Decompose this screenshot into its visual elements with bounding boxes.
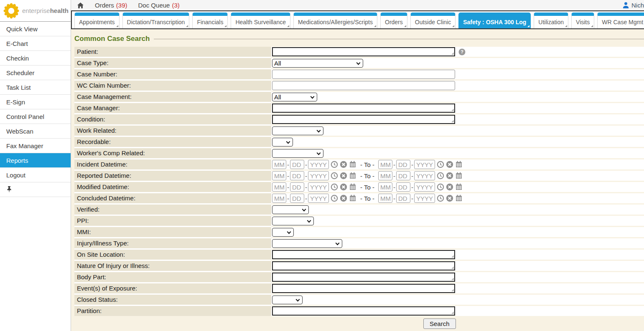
modified-datetime-to-year-input[interactable] (414, 182, 435, 192)
sidebar-item-scheduler[interactable]: Scheduler (0, 66, 71, 80)
incident-datetime-to-year-input[interactable] (414, 160, 435, 169)
clear-icon[interactable] (446, 195, 453, 202)
work-related-select[interactable] (272, 126, 323, 135)
sidebar-item-webscan[interactable]: WebScan (0, 124, 71, 139)
tab-visits[interactable]: Visits (571, 13, 594, 28)
wc-claim-number-input[interactable] (272, 81, 455, 90)
clear-icon-button[interactable] (446, 172, 453, 179)
reported-datetime-to-year-input[interactable] (414, 171, 435, 180)
on-site-location-input[interactable] (272, 250, 455, 259)
clear-icon-button[interactable] (340, 172, 347, 179)
clock-icon[interactable] (437, 195, 444, 202)
tab-health-surveillance[interactable]: Health Surveillance (231, 13, 290, 28)
sidebar-item-reports[interactable]: Reports (0, 153, 71, 168)
sidebar-item-control-panel[interactable]: Control Panel (0, 109, 71, 124)
reported-datetime-to-month-input[interactable] (378, 171, 392, 180)
concluded-datetime-from-day-input[interactable] (290, 194, 304, 203)
tab-wr-case-mgmt[interactable]: WR Case Mgmt (597, 13, 644, 28)
condition-input[interactable] (272, 115, 455, 124)
reported-datetime-to-day-input[interactable] (396, 171, 410, 180)
clear-icon-button[interactable] (446, 183, 453, 191)
modified-datetime-from-month-input[interactable] (272, 182, 286, 192)
event-s-of-exposure-input[interactable] (272, 284, 455, 293)
partition-input[interactable] (272, 306, 455, 316)
home-icon[interactable] (77, 2, 84, 9)
calendar-icon[interactable] (349, 183, 356, 191)
calendar-icon[interactable] (349, 195, 356, 202)
clear-icon[interactable] (340, 161, 347, 168)
sidebar-item-task-list[interactable]: Task List (0, 80, 71, 95)
injury-illness-type-select[interactable] (272, 239, 342, 248)
tab-utilization[interactable]: Utilization (534, 13, 568, 28)
calendar-icon-button[interactable] (455, 195, 463, 202)
closed-status-select[interactable] (272, 296, 303, 304)
sidebar-item-e-chart[interactable]: E-Chart (0, 36, 71, 51)
case-manager-input[interactable] (272, 104, 455, 113)
incident-datetime-from-day-input[interactable] (290, 160, 304, 169)
clock-icon[interactable] (437, 183, 444, 191)
sidebar-item-quick-view[interactable]: Quick View (0, 22, 71, 36)
user-menu[interactable]: Nich (622, 2, 644, 9)
calendar-icon[interactable] (349, 172, 356, 179)
mmi-select[interactable] (272, 228, 294, 237)
body-part-input[interactable] (272, 273, 455, 282)
calendar-icon[interactable] (349, 161, 356, 168)
tab-outside-clinic[interactable]: Outside Clinic (410, 13, 456, 28)
clear-icon[interactable] (340, 195, 347, 202)
calendar-icon-button[interactable] (455, 172, 463, 179)
sidebar-item-fax-manager[interactable]: Fax Manager (0, 139, 71, 153)
clear-icon[interactable] (340, 183, 347, 191)
concluded-datetime-from-year-input[interactable] (308, 194, 329, 203)
concluded-datetime-to-day-input[interactable] (396, 194, 410, 203)
calendar-icon-button[interactable] (455, 161, 463, 168)
modified-datetime-from-year-input[interactable] (308, 182, 329, 192)
clear-icon[interactable] (340, 172, 347, 179)
clear-icon-button[interactable] (446, 195, 453, 202)
nature-of-injury-or-illness-input[interactable] (272, 261, 455, 270)
calendar-icon-button[interactable] (349, 195, 356, 202)
clear-icon[interactable] (446, 183, 453, 191)
clear-icon-button[interactable] (446, 161, 453, 168)
sidebar-item-checkin[interactable]: Checkin (0, 51, 71, 66)
concluded-datetime-to-year-input[interactable] (414, 194, 435, 203)
calendar-icon[interactable] (455, 183, 463, 191)
clock-icon-button[interactable] (437, 161, 444, 168)
clock-icon[interactable] (331, 161, 338, 168)
clear-icon-button[interactable] (340, 195, 347, 202)
clock-icon[interactable] (331, 183, 338, 191)
incident-datetime-to-day-input[interactable] (396, 160, 410, 169)
incident-datetime-from-year-input[interactable] (308, 160, 329, 169)
concluded-datetime-from-month-input[interactable] (272, 194, 286, 203)
clock-icon-button[interactable] (331, 172, 338, 179)
case-type-select[interactable]: All (272, 59, 363, 68)
calendar-icon-button[interactable] (349, 161, 356, 168)
sidebar-item-logout[interactable]: Logout (0, 168, 71, 182)
clock-icon-button[interactable] (437, 172, 444, 179)
pin-icon[interactable] (6, 186, 12, 193)
clock-icon-button[interactable] (331, 195, 338, 202)
tab-financials[interactable]: Financials (192, 13, 228, 28)
case-management-select[interactable]: All (272, 93, 317, 101)
clear-icon-button[interactable] (340, 161, 347, 168)
clock-icon[interactable] (437, 161, 444, 168)
patient-input[interactable] (272, 47, 455, 56)
tab-safety-osha-300-log[interactable]: Safety : OSHA 300 Log (458, 13, 531, 28)
clock-icon[interactable] (331, 172, 338, 179)
tab-medications-allergies-scripts[interactable]: Medications/Allergies/Scripts (293, 13, 377, 28)
reported-datetime-from-month-input[interactable] (272, 171, 286, 180)
worker-s-comp-related-select[interactable] (272, 149, 323, 158)
help-icon[interactable]: ? (458, 48, 466, 56)
reported-datetime-from-year-input[interactable] (308, 171, 329, 180)
incident-datetime-to-month-input[interactable] (378, 160, 392, 169)
clock-icon-button[interactable] (331, 183, 338, 191)
case-number-input[interactable] (272, 70, 455, 79)
recordable-select[interactable] (272, 138, 293, 147)
doc-queue-link[interactable]: Doc Queue (3) (138, 2, 180, 9)
orders-link[interactable]: Orders (39) (95, 2, 127, 9)
clear-icon[interactable] (446, 172, 453, 179)
calendar-icon[interactable] (455, 195, 463, 202)
calendar-icon[interactable] (455, 161, 463, 168)
calendar-icon-button[interactable] (349, 183, 356, 191)
modified-datetime-from-day-input[interactable] (290, 182, 304, 192)
calendar-icon[interactable] (455, 172, 463, 179)
